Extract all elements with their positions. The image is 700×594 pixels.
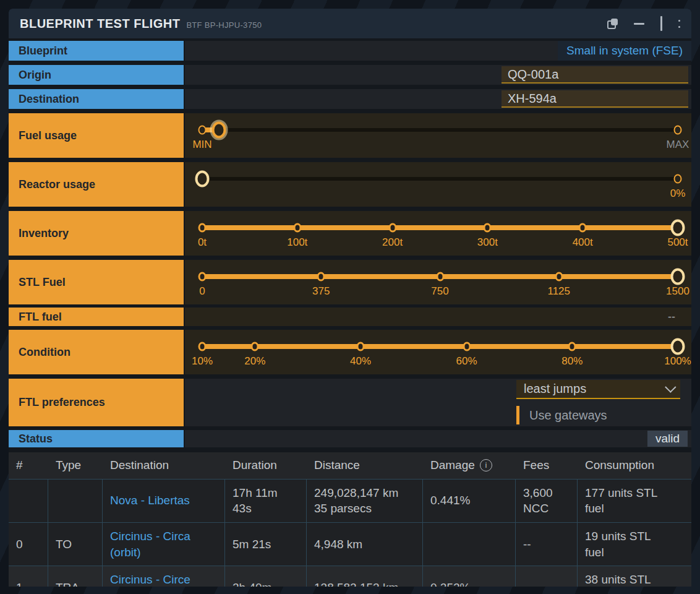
cell-distance: 4,948 km xyxy=(307,523,423,566)
condition-tick[interactable] xyxy=(251,342,259,351)
cell-num: 0 xyxy=(9,523,48,566)
stl-fuel-tick[interactable] xyxy=(198,272,207,282)
inventory-tick-label: 100t xyxy=(287,236,307,249)
destination-input[interactable] xyxy=(502,90,688,108)
row-status: Status valid xyxy=(9,430,691,447)
window-divider-icon[interactable] xyxy=(660,16,662,31)
inventory-tick[interactable] xyxy=(198,223,207,233)
condition-tick-label: 10% xyxy=(192,355,213,368)
condition-tick-label: 100% xyxy=(664,355,691,368)
condition-tick[interactable] xyxy=(568,342,576,351)
ftl-preferences-selected-value: least jumps xyxy=(524,382,665,396)
origin-label: Origin xyxy=(9,65,184,85)
window-subtitle: BTF BP-HJPU-3750 xyxy=(186,20,262,30)
row-origin: Origin xyxy=(9,65,691,85)
chevron-down-icon xyxy=(665,381,676,392)
fuel-usage-slider[interactable]: MIN MAX xyxy=(202,128,678,132)
route-table-header: # Type Destination Duration Distance Dam… xyxy=(9,452,691,479)
origin-input[interactable] xyxy=(502,66,688,84)
status-label: Status xyxy=(9,430,184,447)
col-damage: Damage i xyxy=(423,452,516,479)
row-ftl-preferences: FTL preferences least jumps Use gateways xyxy=(9,379,691,426)
col-distance: Distance xyxy=(307,452,423,479)
inventory-tick[interactable] xyxy=(484,223,492,233)
stl-fuel-label: STL Fuel xyxy=(9,260,184,304)
row-stl-fuel: STL Fuel 0 375 750 1125 1500 xyxy=(9,260,691,304)
condition-label: Condition xyxy=(9,330,184,374)
fuel-usage-max-label: MAX xyxy=(667,139,689,151)
row-inventory: Inventory 0t 100t 200t 300t 400t 500t xyxy=(9,211,691,256)
stl-fuel-tick-label: 0 xyxy=(199,285,205,298)
col-type: Type xyxy=(48,452,103,479)
inventory-handle[interactable] xyxy=(671,220,685,236)
stl-fuel-slider[interactable]: 0 375 750 1125 1500 xyxy=(202,275,678,278)
popout-duplicate-icon[interactable] xyxy=(607,19,618,29)
title-bar: BLUEPRINT TEST FLIGHT BTF BP-HJPU-3750 xyxy=(9,9,691,38)
cell-destination-link[interactable]: Circinus - Circa (orbit) xyxy=(103,523,225,566)
inventory-slider[interactable]: 0t 100t 200t 300t 400t 500t xyxy=(202,226,678,230)
cell-destination-link[interactable]: Nova - Libertas xyxy=(103,480,225,522)
condition-handle[interactable] xyxy=(671,338,685,355)
col-damage-text: Damage xyxy=(430,457,475,473)
row-condition: Condition 10% 20% 40% 60% 80% 100% xyxy=(9,330,691,374)
use-gateways-checkbox[interactable]: Use gateways xyxy=(516,406,680,424)
stl-fuel-tick-label: 750 xyxy=(431,285,448,298)
blueprint-value-cell[interactable]: Small in system (FSE) xyxy=(558,41,691,61)
reactor-usage-max-ring xyxy=(674,174,682,184)
reactor-usage-value-label: 0% xyxy=(670,187,686,200)
stl-fuel-tick-label: 375 xyxy=(312,285,330,298)
stl-fuel-tick[interactable] xyxy=(436,272,444,282)
checkbox-checked-indicator xyxy=(516,406,519,424)
minimize-icon[interactable] xyxy=(634,23,644,25)
row-destination: Destination xyxy=(9,89,691,109)
damage-info-icon[interactable]: i xyxy=(480,459,492,471)
cell-type xyxy=(48,480,103,522)
inventory-tick[interactable] xyxy=(388,223,396,233)
inventory-tick-label: 500t xyxy=(667,236,688,249)
use-gateways-label: Use gateways xyxy=(529,408,607,423)
cell-destination-link[interactable]: Circinus - Circe (orbit) xyxy=(103,566,225,587)
cell-damage: 0.252% xyxy=(423,566,516,587)
cell-type: TRA xyxy=(48,566,103,587)
inventory-tick[interactable] xyxy=(579,223,587,233)
row-reactor-usage: Reactor usage 0% xyxy=(9,162,691,207)
stl-fuel-handle[interactable] xyxy=(671,269,685,285)
inventory-tick-label: 400t xyxy=(573,236,593,249)
cell-damage: 0.441% xyxy=(423,480,516,522)
cell-duration: 5m 21s xyxy=(225,523,307,566)
condition-tick[interactable] xyxy=(463,342,471,351)
stl-fuel-tick-label: 1500 xyxy=(666,285,689,298)
condition-tick[interactable] xyxy=(198,342,207,351)
fuel-usage-handle[interactable] xyxy=(211,122,226,139)
condition-tick-label: 20% xyxy=(244,355,265,368)
ftl-fuel-value: -- xyxy=(668,308,675,326)
condition-slider[interactable]: 10% 20% 40% 60% 80% 100% xyxy=(202,345,678,348)
row-fuel-usage: Fuel usage MIN MAX xyxy=(9,113,691,158)
table-row-1: 1 TRA Circinus - Circe (orbit) 2h 40m 13… xyxy=(9,566,691,587)
inventory-tick-label: 200t xyxy=(382,236,403,249)
condition-tick-label: 80% xyxy=(561,355,583,368)
inventory-tick[interactable] xyxy=(293,223,301,233)
reactor-usage-slider[interactable]: 0% xyxy=(202,177,678,181)
cell-consumption: 38 units STL fuel xyxy=(578,566,691,587)
cell-duration: 2h 40m xyxy=(225,566,307,587)
reactor-usage-handle[interactable] xyxy=(195,171,210,187)
fuel-usage-min-label: MIN xyxy=(192,139,211,151)
row-ftl-fuel: FTL fuel -- xyxy=(9,308,691,326)
col-consumption: Consumption xyxy=(578,452,691,479)
table-row-summary: Nova - Libertas 17h 11m 43s 249,028,147 … xyxy=(9,479,691,522)
fuel-usage-label: Fuel usage xyxy=(9,113,184,158)
stl-fuel-tick[interactable] xyxy=(317,272,325,282)
blueprint-link[interactable]: Small in system (FSE) xyxy=(566,44,683,58)
cell-damage xyxy=(423,523,516,566)
inventory-tick-label: 0t xyxy=(198,236,207,249)
kebab-menu-icon[interactable] xyxy=(678,20,680,28)
cell-fees: -- xyxy=(516,566,578,587)
col-duration: Duration xyxy=(225,452,307,479)
cell-fees: 3,600 NCC xyxy=(516,480,578,522)
col-destination: Destination xyxy=(103,452,225,479)
condition-tick[interactable] xyxy=(357,342,365,351)
ftl-preferences-select[interactable]: least jumps xyxy=(516,380,680,399)
condition-tick-label: 40% xyxy=(350,355,371,368)
stl-fuel-tick[interactable] xyxy=(555,272,563,282)
